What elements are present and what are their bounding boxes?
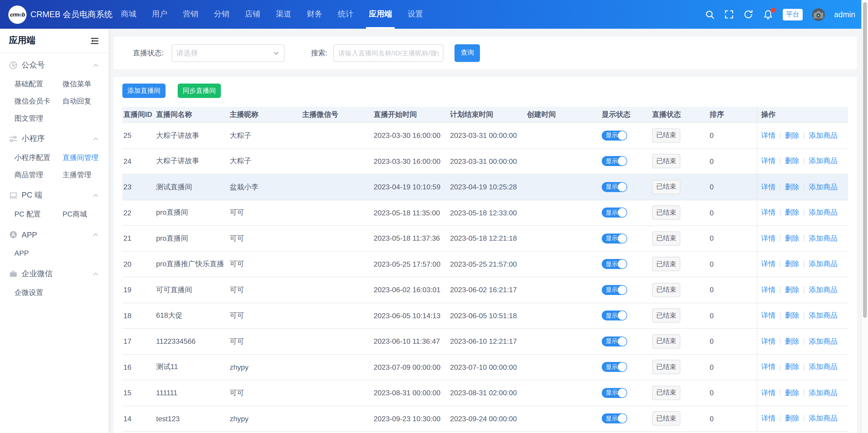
live-status-button[interactable]: 已结束	[652, 308, 680, 323]
bell-icon[interactable]	[763, 9, 773, 20]
topbar-nav-item[interactable]: 商城	[120, 0, 137, 29]
topbar-nav-item[interactable]: 用户	[151, 0, 168, 29]
chevron-up-icon[interactable]	[92, 270, 100, 278]
live-status-button[interactable]: 已结束	[652, 411, 680, 426]
menu-fold-icon[interactable]	[90, 36, 100, 45]
sidebar-item[interactable]: 图文管理	[14, 110, 63, 127]
sidebar-item[interactable]: 微信会员卡	[14, 92, 63, 110]
avatar[interactable]	[812, 8, 825, 21]
topbar-nav-item[interactable]: 设置	[406, 0, 424, 29]
detail-link[interactable]: 详情	[761, 362, 776, 372]
topbar-nav-item[interactable]: 渠道	[275, 0, 292, 29]
sidebar-section-header[interactable]: 小程序	[0, 131, 108, 147]
query-button[interactable]: 查询	[455, 44, 480, 62]
live-status-button[interactable]: 已结束	[652, 231, 680, 246]
detail-link[interactable]: 详情	[761, 130, 776, 140]
chevron-up-icon[interactable]	[92, 231, 100, 239]
sidebar-item[interactable]: 自动回复	[63, 92, 108, 110]
add-product-link[interactable]: 添加商品	[809, 388, 837, 398]
display-toggle[interactable]: 显示	[602, 310, 627, 320]
display-toggle[interactable]: 显示	[602, 285, 627, 295]
delete-link[interactable]: 删除	[785, 362, 800, 372]
topbar-nav-item[interactable]: 店铺	[244, 0, 261, 29]
display-toggle[interactable]: 显示	[602, 388, 627, 398]
refresh-icon[interactable]	[743, 9, 753, 20]
detail-link[interactable]: 详情	[761, 208, 776, 218]
platform-badge[interactable]: 平台	[783, 8, 803, 20]
add-product-link[interactable]: 添加商品	[809, 234, 837, 243]
chevron-up-icon[interactable]	[92, 61, 100, 69]
add-product-link[interactable]: 添加商品	[809, 182, 837, 192]
display-toggle[interactable]: 显示	[602, 182, 627, 192]
sidebar-item[interactable]: 微信菜单	[63, 75, 108, 92]
delete-link[interactable]: 删除	[785, 310, 800, 320]
detail-link[interactable]: 详情	[761, 259, 776, 269]
delete-link[interactable]: 删除	[785, 285, 800, 295]
topbar-nav-item[interactable]: 统计	[337, 0, 354, 29]
display-toggle[interactable]: 显示	[602, 259, 627, 269]
add-liveroom-button[interactable]: 添加直播间	[122, 84, 165, 98]
delete-link[interactable]: 删除	[785, 259, 800, 269]
display-toggle[interactable]: 显示	[602, 208, 627, 218]
username[interactable]: admin	[834, 10, 855, 19]
topbar-nav-item[interactable]: 应用端	[368, 0, 393, 29]
display-toggle[interactable]: 显示	[602, 336, 627, 346]
add-product-link[interactable]: 添加商品	[809, 208, 837, 218]
fullscreen-icon[interactable]	[724, 9, 734, 20]
add-product-link[interactable]: 添加商品	[809, 362, 837, 372]
sidebar-item[interactable]: 企微设置	[14, 284, 63, 301]
detail-link[interactable]: 详情	[761, 285, 776, 295]
display-toggle[interactable]: 显示	[602, 413, 627, 424]
search-input[interactable]	[333, 44, 443, 62]
detail-link[interactable]: 详情	[761, 388, 776, 398]
search-icon[interactable]	[705, 10, 715, 19]
delete-link[interactable]: 删除	[785, 156, 800, 166]
add-product-link[interactable]: 添加商品	[809, 413, 837, 424]
display-toggle[interactable]: 显示	[602, 130, 627, 140]
sidebar-item[interactable]: 主播管理	[63, 166, 108, 183]
sidebar-item[interactable]: APP	[14, 245, 63, 262]
detail-link[interactable]: 详情	[761, 234, 776, 243]
sidebar-item[interactable]: 商品管理	[14, 166, 63, 183]
live-status-button[interactable]: 已结束	[652, 360, 680, 374]
page-scrollbar[interactable]	[862, 0, 868, 433]
sidebar-item[interactable]: PC商城	[63, 206, 108, 223]
live-status-button[interactable]: 已结束	[652, 283, 680, 297]
sidebar-section-header[interactable]: 公众号	[0, 58, 108, 73]
live-status-button[interactable]: 已结束	[652, 334, 680, 349]
detail-link[interactable]: 详情	[761, 336, 776, 346]
topbar-nav-item[interactable]: 营销	[182, 0, 199, 29]
add-product-link[interactable]: 添加商品	[809, 130, 837, 140]
live-status-button[interactable]: 已结束	[652, 385, 680, 400]
delete-link[interactable]: 删除	[785, 336, 800, 346]
live-status-button[interactable]: 已结束	[652, 154, 680, 168]
detail-link[interactable]: 详情	[761, 156, 776, 166]
delete-link[interactable]: 删除	[785, 234, 800, 243]
scrollbar-thumb[interactable]	[863, 2, 867, 318]
detail-link[interactable]: 详情	[761, 413, 776, 424]
delete-link[interactable]: 删除	[785, 388, 800, 398]
chevron-up-icon[interactable]	[92, 191, 100, 199]
sidebar-item[interactable]: 基础配置	[14, 75, 63, 92]
sidebar-section-header[interactable]: PC 端	[0, 188, 108, 203]
chevron-up-icon[interactable]	[92, 135, 100, 143]
add-product-link[interactable]: 添加商品	[809, 310, 837, 320]
sidebar-item[interactable]: 直播间管理	[63, 149, 108, 166]
sidebar-item[interactable]: PC 配置	[14, 206, 63, 223]
add-product-link[interactable]: 添加商品	[809, 259, 837, 269]
display-toggle[interactable]: 显示	[602, 156, 627, 166]
live-status-button[interactable]: 已结束	[652, 128, 680, 143]
live-status-button[interactable]: 已结束	[652, 206, 680, 220]
display-toggle[interactable]: 显示	[602, 234, 627, 243]
live-status-button[interactable]: 已结束	[652, 180, 680, 194]
topbar-nav-item[interactable]: 分销	[213, 0, 230, 29]
delete-link[interactable]: 删除	[785, 413, 800, 424]
delete-link[interactable]: 删除	[785, 182, 800, 192]
add-product-link[interactable]: 添加商品	[809, 285, 837, 295]
detail-link[interactable]: 详情	[761, 310, 776, 320]
sidebar-item[interactable]: 小程序配置	[14, 149, 63, 166]
sidebar-section-header[interactable]: 企业微信	[0, 266, 108, 282]
topbar-nav-item[interactable]: 财务	[306, 0, 323, 29]
add-product-link[interactable]: 添加商品	[809, 156, 837, 166]
delete-link[interactable]: 删除	[785, 130, 800, 140]
